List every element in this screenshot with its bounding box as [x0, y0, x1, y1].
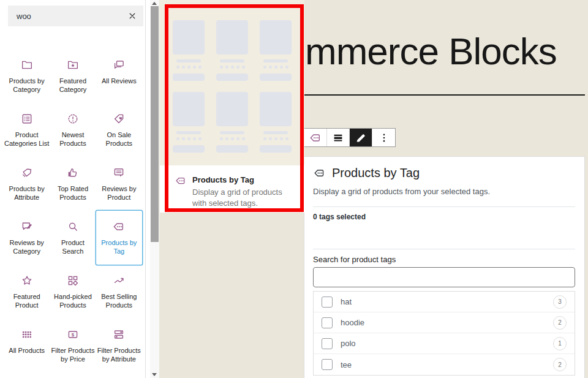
tag-checkbox[interactable]: [322, 359, 333, 370]
block-item-featured-product[interactable]: Featured Product: [4, 265, 50, 319]
tag-list: hat 3 hoodie 2 polo 1: [313, 291, 575, 376]
align-button[interactable]: [327, 129, 350, 146]
block-item-label: Products by Tag: [96, 238, 142, 256]
grid-dots-icon: [20, 328, 34, 341]
product-placeholder: [216, 20, 248, 92]
clear-search-icon[interactable]: [126, 10, 138, 22]
tag-count-badge: 3: [553, 295, 567, 309]
block-item-newest-products[interactable]: Newest Products: [50, 103, 96, 157]
block-item-label: Filter Products by Attribute: [96, 346, 142, 364]
product-placeholder: [173, 92, 205, 164]
products-by-tag-settings-card: Products by Tag Display a grid of produc…: [304, 156, 585, 378]
block-item-label: Newest Products: [50, 130, 96, 148]
options-menu-button[interactable]: [372, 129, 395, 146]
settings-header: Products by Tag: [313, 166, 420, 180]
editor-canvas: mmerce Blocks Products by Tag Display a …: [159, 0, 588, 378]
product-placeholder: [260, 92, 292, 164]
edit-mode-button[interactable]: [350, 129, 372, 146]
block-preview-popover: Products by Tag Display a grid of produc…: [160, 0, 304, 213]
comment-lines-icon: [112, 166, 126, 180]
block-item-label: Reviews by Category: [4, 238, 50, 256]
product-placeholder: [173, 20, 205, 92]
block-item-label: Products by Category: [4, 77, 50, 94]
block-item-label: Filter Products by Price: [50, 346, 96, 364]
tags-icon: [20, 166, 34, 180]
block-item-label: Featured Product: [4, 292, 50, 310]
tag-search-label: Search for product tags: [313, 255, 396, 264]
block-item-featured-category[interactable]: Featured Category: [50, 49, 96, 103]
scrollbar-thumb[interactable]: [151, 6, 159, 242]
block-item-reviews-by-product[interactable]: Reviews by Product: [96, 157, 142, 211]
block-item-reviews-by-category[interactable]: Reviews by Category: [4, 211, 50, 265]
comment-edit-icon: [20, 220, 34, 233]
block-item-label: Featured Category: [50, 77, 96, 94]
tag-checkbox[interactable]: [322, 317, 333, 328]
preview-title: Products by Tag: [192, 175, 297, 184]
block-type-button[interactable]: [304, 129, 327, 146]
product-placeholder: [260, 20, 292, 92]
filter-bars-icon: [112, 328, 126, 341]
block-item-label: Products by Attribute: [4, 184, 50, 202]
block-item-products-by-category[interactable]: Products by Category: [4, 49, 50, 103]
tag-name: hoodie: [341, 318, 364, 327]
trend-icon: [112, 274, 126, 287]
page-title: mmerce Blocks: [305, 31, 557, 72]
folder-icon: [20, 58, 34, 72]
block-item-hand-picked-products[interactable]: Hand-picked Products: [50, 265, 96, 319]
folder-star-icon: [66, 58, 80, 72]
block-item-label: All Products: [9, 346, 45, 355]
blocks-icon: [66, 274, 80, 287]
block-item-all-reviews[interactable]: All Reviews: [96, 49, 142, 103]
tag-count-badge: 2: [553, 316, 567, 330]
tag-count-badge: 2: [553, 358, 567, 371]
tag-name: polo: [341, 339, 356, 348]
tag-checkbox[interactable]: [322, 338, 333, 349]
block-item-top-rated-products[interactable]: Top Rated Products: [50, 157, 96, 211]
tag-option-row-tee[interactable]: tee 2: [314, 354, 575, 375]
block-editor-window: Products by Category Featured Category A…: [0, 0, 588, 378]
tag-option-row-hoodie[interactable]: hoodie 2: [314, 312, 575, 333]
tag-name: hat: [341, 297, 352, 306]
tag-dots-icon: [112, 220, 126, 233]
block-item-best-selling-products[interactable]: Best Selling Products: [96, 265, 142, 319]
block-item-product-categories-list[interactable]: Product Categories List: [4, 103, 50, 157]
block-item-label: Best Selling Products: [96, 292, 142, 310]
block-item-products-by-attribute[interactable]: Products by Attribute: [4, 157, 50, 211]
block-item-product-search[interactable]: Product Search: [50, 211, 96, 265]
thumbs-up-icon: [66, 166, 80, 180]
tag-count-badge: 1: [553, 337, 567, 350]
scroll-down-icon[interactable]: [152, 373, 157, 376]
block-grid: Products by Category Featured Category A…: [4, 49, 142, 372]
block-item-filter-products-by-attribute[interactable]: Filter Products by Attribute: [96, 319, 142, 372]
svg-text:$: $: [72, 332, 75, 338]
block-inserter-panel: Products by Category Featured Category A…: [0, 0, 146, 378]
block-item-on-sale-products[interactable]: On Sale Products: [96, 103, 142, 157]
block-item-label: On Sale Products: [96, 130, 142, 148]
block-toolbar: [304, 128, 396, 147]
preview-description: Display a grid of products with selected…: [192, 187, 297, 208]
tag-option-row-hat[interactable]: hat 3: [314, 292, 575, 312]
separator-divider: [304, 94, 585, 96]
block-item-label: Hand-picked Products: [50, 292, 96, 310]
block-item-all-products[interactable]: All Products: [4, 319, 50, 372]
tag-heart-icon: [112, 112, 126, 126]
scrollbar[interactable]: [150, 0, 159, 378]
star-icon: [20, 274, 34, 287]
block-item-label: All Reviews: [102, 77, 137, 85]
scroll-up-icon[interactable]: [152, 2, 157, 5]
preview-footer: Products by Tag Display a grid of produc…: [160, 165, 304, 213]
search-icon: [66, 220, 80, 233]
list-icon: [20, 112, 34, 126]
badge-new-icon: [66, 112, 80, 126]
tag-checkbox[interactable]: [322, 297, 333, 308]
block-item-label: Product Search: [50, 238, 96, 256]
tag-name: tee: [341, 360, 352, 369]
block-search-box[interactable]: [8, 6, 143, 26]
block-search-input[interactable]: [15, 11, 126, 21]
block-item-filter-products-by-price[interactable]: $ Filter Products by Price: [50, 319, 96, 372]
divider: [313, 249, 575, 249]
tag-search-input[interactable]: [313, 267, 575, 287]
block-item-products-by-tag[interactable]: Products by Tag: [96, 211, 142, 265]
tag-option-row-polo[interactable]: polo 1: [314, 333, 575, 354]
block-item-label: Reviews by Product: [96, 184, 142, 202]
